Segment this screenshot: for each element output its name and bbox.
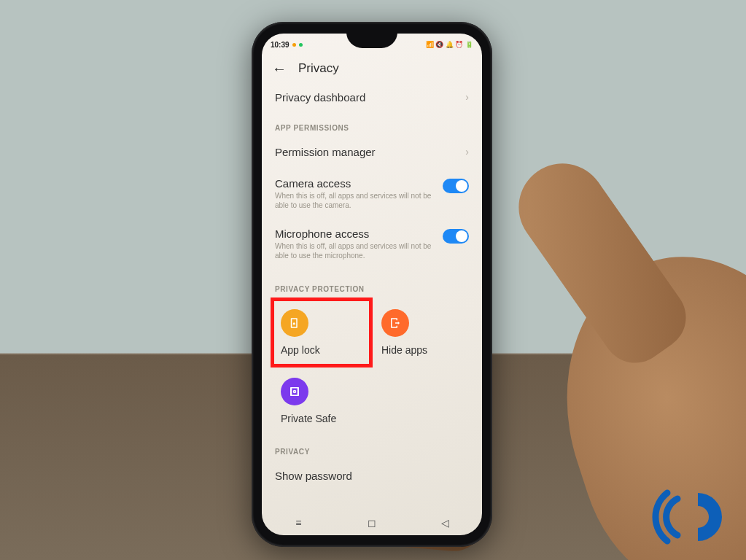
chevron-right-icon: › [465,146,469,158]
nav-recent-button[interactable]: ≡ [284,517,313,529]
recording-indicator-icon [292,43,296,47]
row-camera-access[interactable]: Camera access When this is off, all apps… [265,168,479,219]
row-label: Permission manager [275,146,376,158]
tile-app-lock[interactable]: App lock [275,302,368,363]
status-left: 10:39 [271,41,303,49]
nav-back-button[interactable]: ◁ [431,517,460,529]
screen-header: ← Privacy [262,54,482,80]
status-time: 10:39 [271,41,290,49]
nav-home-button[interactable]: ◻ [357,517,386,529]
tile-label: Private Safe [281,413,336,424]
private-safe-icon [281,378,308,405]
status-icons: 📶 🔇 🔔 ⏰ 🔋 [426,41,473,48]
section-app-permissions: APP PERMISSIONS [265,114,479,135]
section-privacy: PRIVACY [265,435,479,459]
android-nav-bar: ≡ ◻ ◁ [262,510,482,535]
app-lock-icon [281,309,308,337]
row-permission-manager[interactable]: Permission manager › [265,135,479,168]
tile-private-safe[interactable]: Private Safe [275,370,368,432]
phone-screen: 10:39 📶 🔇 🔔 ⏰ 🔋 ← Privacy Privacy dashbo… [262,34,482,535]
toggle-camera[interactable] [443,179,469,193]
tile-label: Hide apps [381,344,427,356]
section-privacy-protection: PRIVACY PROTECTION [265,269,479,296]
toggle-microphone[interactable] [443,229,469,244]
row-microphone-access[interactable]: Microphone access When this is off, all … [265,219,479,269]
phone-device: 10:39 📶 🔇 🔔 ⏰ 🔋 ← Privacy Privacy dashbo… [252,22,492,547]
row-show-password[interactable]: Show password [265,459,479,486]
back-arrow-icon[interactable]: ← [272,61,287,76]
status-right: 📶 🔇 🔔 ⏰ 🔋 [426,41,473,48]
chevron-right-icon: › [465,91,469,103]
row-subtitle: When this is off, all apps and services … [275,191,435,210]
tile-hide-apps[interactable]: Hide apps [376,302,469,363]
row-subtitle: When this is off, all apps and services … [275,241,435,260]
privacy-protection-tiles: App lock Hide apps Private Safe [265,296,479,435]
scene-background: 10:39 📶 🔇 🔔 ⏰ 🔋 ← Privacy Privacy dashbo… [0,0,746,560]
row-privacy-dashboard[interactable]: Privacy dashboard › [265,80,479,114]
row-title: Camera access [275,177,435,190]
camera-indicator-icon [299,43,303,47]
row-title: Microphone access [275,228,435,240]
tile-label: App lock [281,344,320,356]
hide-apps-icon [381,309,409,337]
row-label: Privacy dashboard [275,91,365,104]
page-title: Privacy [298,61,339,76]
settings-list: Privacy dashboard › APP PERMISSIONS Perm… [262,80,482,486]
watermark-logo-icon [645,484,733,550]
row-label: Show password [275,470,352,482]
